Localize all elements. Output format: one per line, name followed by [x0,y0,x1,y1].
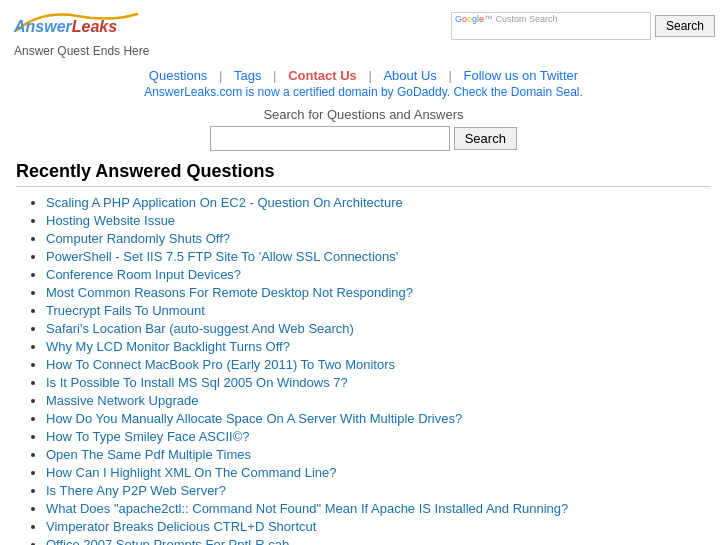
question-link[interactable]: How To Connect MacBook Pro (Early 2011) … [46,357,395,372]
list-item: Truecrypt Fails To Unmount [46,303,711,318]
question-link[interactable]: Massive Network Upgrade [46,393,198,408]
list-item: How To Type Smiley Face ASCII©? [46,429,711,444]
question-link[interactable]: Why My LCD Monitor Backlight Turns Off? [46,339,290,354]
nav-sep-2: | [273,68,276,83]
main-search-area: Search for Questions and Answers Search [0,107,727,151]
certified-notice: AnswerLeaks.com is now a certified domai… [0,85,727,99]
nav-about[interactable]: About Us [383,68,436,83]
nav-sep-1: | [219,68,222,83]
list-item: Why My LCD Monitor Backlight Turns Off? [46,339,711,354]
nav-tags[interactable]: Tags [234,68,261,83]
header: AnswerLeaks Answer Quest Ends Here Googl… [0,0,727,62]
nav-contact[interactable]: Contact Us [288,68,357,83]
nav: Questions | Tags | Contact Us | About Us… [0,62,727,85]
question-link[interactable]: What Does "apache2ctl:: Command Not Foun… [46,501,568,516]
nav-twitter[interactable]: Follow us on Twitter [464,68,579,83]
list-item: PowerShell - Set IIS 7.5 FTP Site To 'Al… [46,249,711,264]
list-item: Is There Any P2P Web Server? [46,483,711,498]
main-search-input[interactable] [210,126,450,151]
question-link[interactable]: Conference Room Input Devices? [46,267,241,282]
list-item: Office 2007 Setup Prompts For PptLR.cab [46,537,711,545]
question-link[interactable]: Scaling A PHP Application On EC2 - Quest… [46,195,403,210]
list-item: Vimperator Breaks Delicious CTRL+D Short… [46,519,711,534]
svg-text:AnswerLeaks: AnswerLeaks [13,18,117,35]
nav-questions[interactable]: Questions [149,68,208,83]
list-item: How Do You Manually Allocate Space On A … [46,411,711,426]
question-link[interactable]: Vimperator Breaks Delicious CTRL+D Short… [46,519,316,534]
main-search-button[interactable]: Search [454,127,517,150]
question-link[interactable]: Is There Any P2P Web Server? [46,483,226,498]
question-link[interactable]: Open The Same Pdf Multiple Times [46,447,251,462]
list-item: What Does "apache2ctl:: Command Not Foun… [46,501,711,516]
search-label: Search for Questions and Answers [0,107,727,122]
logo-area: AnswerLeaks Answer Quest Ends Here [12,8,149,58]
list-item: Safari's Location Bar (auto-suggest And … [46,321,711,336]
list-item: How Can I Highlight XML On The Command L… [46,465,711,480]
tagline: Answer Quest Ends Here [14,44,149,58]
nav-sep-4: | [449,68,452,83]
list-item: Most Common Reasons For Remote Desktop N… [46,285,711,300]
list-item: Scaling A PHP Application On EC2 - Quest… [46,195,711,210]
question-link[interactable]: Hosting Website Issue [46,213,175,228]
list-item: Conference Room Input Devices? [46,267,711,282]
list-item: Open The Same Pdf Multiple Times [46,447,711,462]
recently-answered-title: Recently Answered Questions [16,161,711,187]
top-search-area: Google™ Custom Search Search [451,12,715,40]
question-link[interactable]: Truecrypt Fails To Unmount [46,303,205,318]
list-item: Hosting Website Issue [46,213,711,228]
nav-sep-3: | [368,68,371,83]
logo: AnswerLeaks [12,8,149,42]
question-link[interactable]: Computer Randomly Shuts Off? [46,231,230,246]
question-link[interactable]: How Can I Highlight XML On The Command L… [46,465,336,480]
list-item: Computer Randomly Shuts Off? [46,231,711,246]
list-item: How To Connect MacBook Pro (Early 2011) … [46,357,711,372]
list-item: Is It Possible To Install MS Sql 2005 On… [46,375,711,390]
question-link[interactable]: PowerShell - Set IIS 7.5 FTP Site To 'Al… [46,249,398,264]
list-item: Massive Network Upgrade [46,393,711,408]
question-link[interactable]: Is It Possible To Install MS Sql 2005 On… [46,375,348,390]
question-link[interactable]: Most Common Reasons For Remote Desktop N… [46,285,413,300]
main-content: Recently Answered Questions Scaling A PH… [0,161,727,545]
question-link[interactable]: How Do You Manually Allocate Space On A … [46,411,462,426]
question-link[interactable]: Office 2007 Setup Prompts For PptLR.cab [46,537,289,545]
question-link[interactable]: Safari's Location Bar (auto-suggest And … [46,321,354,336]
question-link[interactable]: How To Type Smiley Face ASCII©? [46,429,249,444]
certified-link[interactable]: AnswerLeaks.com is now a certified domai… [144,85,583,99]
top-search-button[interactable]: Search [655,15,715,37]
top-search-input[interactable] [451,12,651,40]
recently-answered-list: Scaling A PHP Application On EC2 - Quest… [16,195,711,545]
